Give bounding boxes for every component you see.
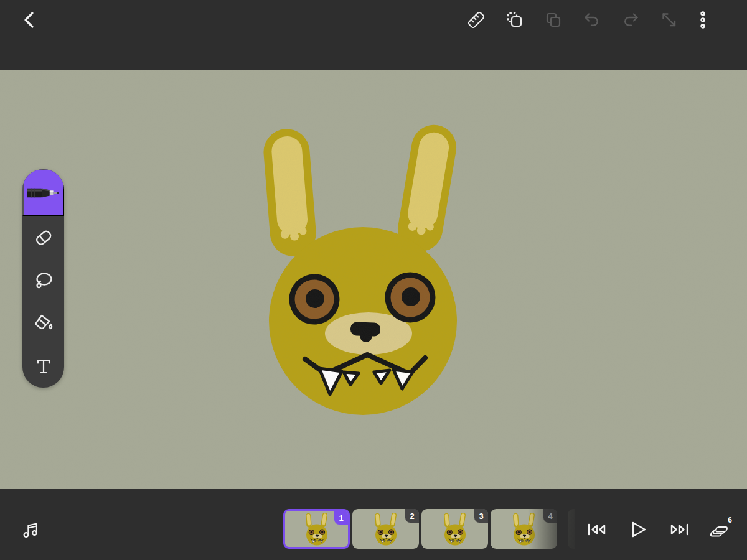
skip-to-start-icon bbox=[586, 520, 608, 539]
timeline-frame-2[interactable]: 2 bbox=[352, 509, 419, 549]
tool-palette bbox=[22, 169, 64, 388]
chevron-left-icon bbox=[20, 10, 40, 30]
lasso-tool[interactable] bbox=[22, 259, 64, 302]
overflow-menu-icon bbox=[699, 11, 707, 29]
fill-bucket-tool[interactable] bbox=[22, 302, 64, 345]
paste-frame-button[interactable] bbox=[505, 7, 524, 33]
frames-strip: 1 2 3 4 bbox=[283, 509, 557, 549]
frame-3-thumbnail bbox=[443, 512, 467, 546]
redo-button[interactable] bbox=[621, 7, 640, 33]
redo-icon bbox=[621, 11, 640, 29]
skip-to-end-button[interactable] bbox=[666, 514, 692, 545]
top-toolbar bbox=[0, 0, 747, 70]
undo-icon bbox=[583, 11, 601, 29]
copy-frame-icon bbox=[544, 11, 563, 29]
ruler-icon bbox=[467, 11, 486, 29]
play-icon bbox=[628, 520, 648, 539]
transport-controls: 6 bbox=[584, 513, 733, 546]
copy-frame-button[interactable] bbox=[544, 7, 563, 33]
back-button[interactable] bbox=[17, 7, 42, 32]
timeline-frame-3[interactable]: 3 bbox=[421, 509, 488, 549]
pen-tool-selected[interactable] bbox=[22, 169, 64, 216]
lasso-icon bbox=[33, 270, 54, 291]
frame-1-thumbnail bbox=[305, 512, 329, 546]
timeline-frame-1[interactable]: 1 bbox=[283, 509, 350, 549]
eraser-icon bbox=[33, 227, 54, 248]
audio-button[interactable] bbox=[17, 516, 44, 543]
music-note-icon bbox=[20, 519, 41, 540]
pen-icon bbox=[27, 180, 59, 206]
transform-icon bbox=[660, 11, 679, 29]
frame-number-badge: 2 bbox=[405, 509, 419, 523]
overflow-menu-button[interactable] bbox=[698, 7, 707, 33]
frame-number-badge: 3 bbox=[474, 509, 488, 523]
text-tool-icon bbox=[33, 356, 54, 377]
paste-frame-icon bbox=[505, 11, 524, 29]
text-tool[interactable] bbox=[22, 345, 64, 388]
drawing-canvas[interactable] bbox=[0, 70, 747, 489]
frame-4-thumbnail bbox=[512, 512, 536, 546]
skip-to-end-icon bbox=[668, 520, 690, 539]
eraser-tool[interactable] bbox=[22, 216, 64, 259]
frame-2-thumbnail bbox=[374, 512, 398, 546]
frame-number-badge: 1 bbox=[334, 511, 348, 525]
timeline-frame-5-partial[interactable] bbox=[568, 509, 575, 549]
timeline-frame-4[interactable]: 4 bbox=[491, 509, 557, 549]
play-button[interactable] bbox=[625, 514, 651, 545]
frame-number-badge: 4 bbox=[543, 509, 557, 523]
fill-bucket-icon bbox=[32, 313, 55, 334]
frames-stack-button[interactable]: 6 bbox=[707, 514, 733, 545]
undo-button[interactable] bbox=[583, 7, 601, 33]
transform-button[interactable] bbox=[660, 7, 679, 33]
ruler-button[interactable] bbox=[467, 7, 486, 33]
bunny-drawing bbox=[0, 70, 747, 489]
skip-to-start-button[interactable] bbox=[584, 514, 610, 545]
frames-count-badge: 6 bbox=[728, 516, 732, 524]
topbar-actions bbox=[467, 7, 707, 33]
